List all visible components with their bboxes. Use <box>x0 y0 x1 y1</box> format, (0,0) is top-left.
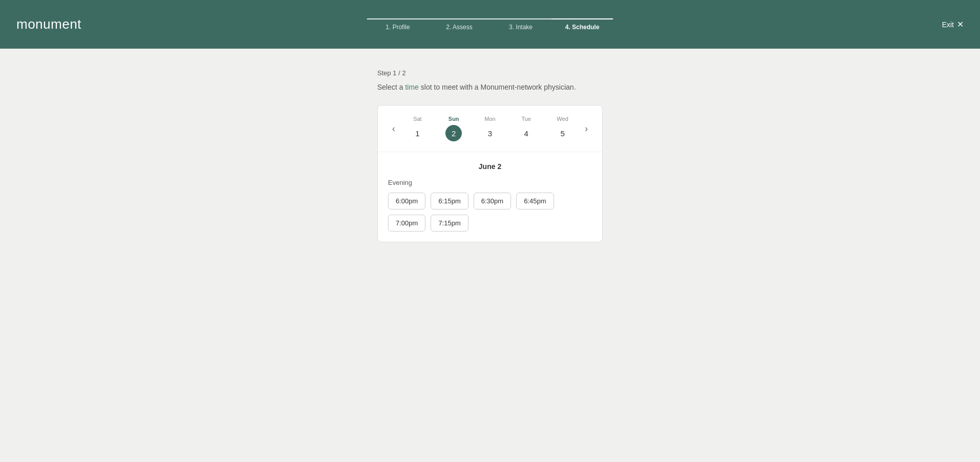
subtitle: Select a time slot to meet with a Monume… <box>377 82 603 93</box>
step-profile-label: 1. Profile <box>385 24 410 31</box>
step-indicator-text: Step 1 / 2 <box>377 69 406 77</box>
step-indicator: Step 1 / 2 <box>377 69 603 77</box>
step-assess: 2. Assess <box>428 18 490 31</box>
day-wed[interactable]: Wed 5 <box>550 114 575 143</box>
step-assess-label: 2. Assess <box>446 24 472 31</box>
prev-arrow[interactable]: ‹ <box>388 122 399 135</box>
step-intake: 3. Intake <box>490 18 552 31</box>
logo: monument <box>16 16 81 32</box>
step-schedule: 4. Schedule <box>552 18 613 31</box>
day-sat[interactable]: Sat 1 <box>405 114 430 143</box>
subtitle-part1: Select a <box>377 83 405 91</box>
step-intake-label: 3. Intake <box>509 24 533 31</box>
days-row: Sat 1 Sun 2 Mon 3 Tue 4 <box>399 114 581 143</box>
main-content: Step 1 / 2 Select a time slot to meet wi… <box>0 49 980 263</box>
next-arrow[interactable]: › <box>581 122 592 135</box>
day-sun-num: 2 <box>445 125 462 141</box>
day-mon[interactable]: Mon 3 <box>478 114 502 143</box>
exit-label: Exit <box>942 20 954 29</box>
time-slot-3[interactable]: 6:45pm <box>516 193 554 209</box>
day-sun[interactable]: Sun 2 <box>441 114 466 143</box>
header: monument 1. Profile 2. Assess 3. Intake … <box>0 0 980 49</box>
date-header: June 2 <box>388 162 592 171</box>
calendar-card: ‹ Sat 1 Sun 2 Mon 3 Tue <box>377 105 603 242</box>
step-intake-line <box>490 18 552 19</box>
time-slot-1[interactable]: 6:15pm <box>431 193 468 209</box>
calendar-nav: ‹ Sat 1 Sun 2 Mon 3 Tue <box>378 106 602 152</box>
time-slot-0[interactable]: 6:00pm <box>388 193 425 209</box>
day-tue-name: Tue <box>522 116 532 122</box>
day-wed-name: Wed <box>557 116 568 122</box>
day-tue-num: 4 <box>518 125 535 141</box>
time-slot-5[interactable]: 7:15pm <box>431 215 468 232</box>
content-wrapper: Step 1 / 2 Select a time slot to meet wi… <box>377 69 603 242</box>
time-slot-4[interactable]: 7:00pm <box>388 215 425 232</box>
subtitle-part2: slot to meet with a Monument-network phy… <box>419 83 576 91</box>
exit-button[interactable]: Exit ✕ <box>942 19 964 29</box>
step-profile-line <box>367 18 428 19</box>
day-mon-num: 3 <box>482 125 498 141</box>
day-sat-num: 1 <box>409 125 425 141</box>
time-slot-2[interactable]: 6:30pm <box>474 193 511 209</box>
day-tue[interactable]: Tue 4 <box>514 114 539 143</box>
times-section: June 2 Evening 6:00pm 6:15pm 6:30pm 6:45… <box>378 152 602 242</box>
step-schedule-line <box>552 18 613 19</box>
step-assess-line <box>428 18 490 19</box>
day-sat-name: Sat <box>413 116 422 122</box>
day-wed-num: 5 <box>555 125 571 141</box>
period-label: Evening <box>388 179 592 186</box>
day-sun-name: Sun <box>448 116 459 122</box>
subtitle-highlight: time <box>405 83 418 91</box>
close-icon: ✕ <box>957 19 964 29</box>
step-profile: 1. Profile <box>367 18 428 31</box>
step-schedule-label: 4. Schedule <box>565 24 600 31</box>
time-slots: 6:00pm 6:15pm 6:30pm 6:45pm 7:00pm 7:15p… <box>388 193 592 232</box>
progress-steps: 1. Profile 2. Assess 3. Intake 4. Schedu… <box>367 18 613 31</box>
day-mon-name: Mon <box>484 116 495 122</box>
